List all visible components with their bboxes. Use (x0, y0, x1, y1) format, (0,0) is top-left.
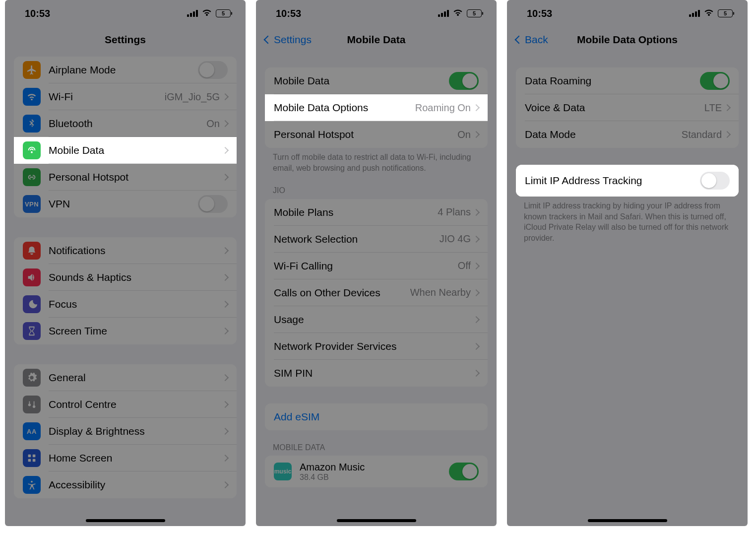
chevron-right-icon (222, 274, 229, 281)
label: Display & Brightness (49, 425, 223, 437)
label: Screen Time (49, 325, 223, 337)
general-group: General Control Centre AA Display & Brig… (14, 364, 237, 498)
data-roaming-toggle[interactable] (700, 72, 730, 90)
battery-icon: 5 (216, 9, 231, 17)
mobile-plans-row[interactable]: Mobile Plans 4 Plans (265, 199, 488, 226)
back-button[interactable]: Back (516, 34, 548, 46)
home-indicator[interactable] (588, 519, 667, 522)
label: Sounds & Haptics (49, 271, 223, 283)
svg-rect-0 (28, 455, 31, 458)
personal-hotspot-row[interactable]: Personal Hotspot On (265, 121, 488, 148)
chevron-right-icon (222, 481, 229, 488)
cellular-signal-icon (438, 10, 449, 17)
home-screen-row[interactable]: Home Screen (14, 445, 237, 471)
limit-ip-toggle[interactable] (700, 172, 730, 190)
vpn-row[interactable]: VPN VPN (14, 191, 237, 217)
page-title: Settings (5, 34, 246, 46)
airplane-toggle[interactable] (198, 61, 228, 79)
chevron-right-icon (222, 374, 229, 381)
svg-rect-1 (33, 455, 36, 458)
label: Personal Hotspot (274, 129, 457, 140)
label: Network Selection (274, 233, 440, 245)
chevron-right-icon (473, 343, 480, 350)
usage-row[interactable]: Usage (265, 306, 488, 333)
display-row[interactable]: AA Display & Brightness (14, 418, 237, 445)
limit-ip-group: Limit IP Address Tracking (516, 165, 739, 197)
voice-data-row[interactable]: Voice & Data LTE (516, 94, 739, 121)
notifications-row[interactable]: Notifications (14, 237, 237, 264)
chevron-right-icon (222, 120, 229, 127)
control-centre-row[interactable]: Control Centre (14, 391, 237, 418)
navbar: Back Mobile Data Options (507, 27, 748, 53)
mobile-data-section-header: MOBILE DATA (256, 430, 497, 456)
settings-screen: 10:53 5 Settings Airplane Mode Wi-Fi iGM… (5, 0, 246, 526)
data-roaming-row[interactable]: Data Roaming (516, 67, 739, 94)
status-bar: 10:53 5 (256, 0, 497, 27)
airplane-mode-row[interactable]: Airplane Mode (14, 57, 237, 83)
vpn-toggle[interactable] (198, 195, 228, 213)
personal-hotspot-row[interactable]: Personal Hotspot (14, 164, 237, 191)
options-group: Data Roaming Voice & Data LTE Data Mode … (516, 67, 739, 148)
app-name: Amazon Music (300, 462, 449, 473)
calls-other-devices-row[interactable]: Calls on Other Devices When Nearby (265, 279, 488, 306)
bluetooth-icon (23, 115, 41, 133)
label: Mobile Data Options (274, 102, 415, 114)
label: Mobile Data (274, 75, 449, 87)
wifi-row[interactable]: Wi-Fi iGM_Jio_5G (14, 83, 237, 110)
network-provider-services-row[interactable]: Network Provider Services (265, 333, 488, 360)
mobile-data-options-screen: 10:53 5 Back Mobile Data Options Data Ro… (507, 0, 748, 526)
back-label: Back (525, 34, 548, 46)
back-button[interactable]: Settings (265, 34, 312, 46)
chevron-right-icon (724, 104, 731, 111)
chevron-right-icon (473, 131, 480, 138)
detail: LTE (704, 102, 722, 114)
limit-ip-tracking-row[interactable]: Limit IP Address Tracking (516, 165, 739, 197)
jio-group: Mobile Plans 4 Plans Network Selection J… (265, 199, 488, 387)
status-bar: 10:53 5 (5, 0, 246, 27)
network-selection-row[interactable]: Network Selection JIO 4G (265, 226, 488, 253)
chevron-right-icon (473, 236, 480, 243)
detail: On (457, 129, 471, 140)
wifi-calling-row[interactable]: Wi-Fi Calling Off (265, 253, 488, 279)
accessibility-icon (23, 476, 41, 494)
wifi-icon (704, 8, 714, 19)
mobile-data-toggle[interactable] (449, 72, 479, 90)
mobile-data-row[interactable]: Mobile Data (14, 137, 237, 164)
chevron-right-icon (222, 247, 229, 254)
chevron-right-icon (473, 104, 480, 111)
mobile-data-group: Mobile Data Mobile Data Options Roaming … (265, 67, 488, 148)
control-centre-icon (23, 396, 41, 413)
focus-icon (23, 295, 41, 313)
general-row[interactable]: General (14, 364, 237, 391)
jio-section-header: JIO (256, 173, 497, 199)
amazon-music-toggle[interactable] (449, 463, 479, 480)
detail: Standard (682, 129, 722, 140)
screen-time-row[interactable]: Screen Time (14, 318, 237, 344)
add-esim-row[interactable]: Add eSIM (265, 403, 488, 430)
status-time: 10:53 (25, 8, 50, 19)
display-icon: AA (23, 422, 41, 440)
focus-row[interactable]: Focus (14, 291, 237, 318)
label: Home Screen (49, 452, 223, 464)
label: Calls on Other Devices (274, 287, 410, 299)
label: Focus (49, 298, 223, 310)
amazon-music-row[interactable]: music Amazon Music 38.4 GB (265, 456, 488, 487)
detail: 4 Plans (438, 206, 471, 218)
label: SIM PIN (274, 367, 474, 379)
chevron-right-icon (222, 93, 229, 100)
detail: When Nearby (410, 287, 471, 298)
home-indicator[interactable] (337, 519, 416, 522)
limit-ip-footer: Limit IP address tracking by hiding your… (507, 197, 748, 243)
app-detail: 38.4 GB (300, 473, 449, 482)
mobile-data-options-row[interactable]: Mobile Data Options Roaming On (265, 94, 488, 121)
mobile-data-toggle-row[interactable]: Mobile Data (265, 67, 488, 94)
sounds-row[interactable]: Sounds & Haptics (14, 264, 237, 291)
chevron-right-icon (473, 316, 480, 323)
sim-pin-row[interactable]: SIM PIN (265, 360, 488, 387)
accessibility-row[interactable]: Accessibility (14, 471, 237, 498)
bluetooth-row[interactable]: Bluetooth On (14, 110, 237, 137)
label: Usage (274, 314, 474, 326)
home-indicator[interactable] (86, 519, 165, 522)
data-mode-row[interactable]: Data Mode Standard (516, 121, 739, 148)
battery-icon: 5 (467, 9, 482, 17)
